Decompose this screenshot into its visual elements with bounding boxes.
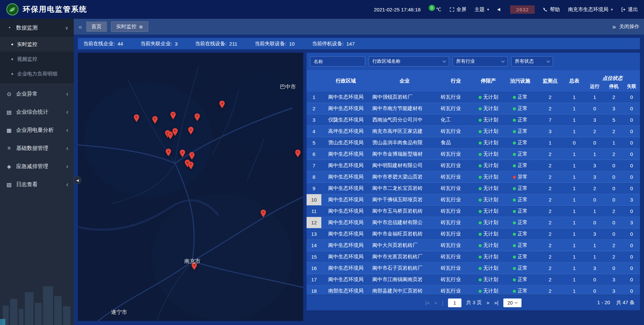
tabs-scroll-left-icon[interactable] — [78, 23, 82, 31]
column-header-company: 企业 — [370, 78, 439, 84]
previous-page-icon[interactable] — [434, 300, 437, 306]
pagination-bar: | 共 3 页 20 1 - 20 共 47 条 — [307, 295, 640, 310]
cell-offline: 3 — [623, 197, 640, 203]
sidebar-group[interactable]: ≡ 基础数据管理 — [0, 139, 74, 157]
cell-industry: 砖瓦行业 — [439, 174, 473, 180]
tab-home[interactable]: 首页 — [86, 21, 107, 32]
status-dot-green — [479, 210, 482, 213]
first-page-icon[interactable] — [425, 300, 430, 306]
close-operations-button[interactable]: 关闭操作 — [619, 23, 639, 30]
next-page-icon[interactable] — [486, 300, 489, 306]
cell-points: 2 — [537, 151, 564, 157]
tab-realtime-monitor[interactable]: 实时监控 — [111, 21, 149, 32]
org-dropdown[interactable]: 南充市生态环境局 — [568, 6, 613, 13]
status-select[interactable]: 所有状态 — [511, 56, 553, 66]
facility-status-dot — [513, 119, 516, 122]
row-index: 5 — [307, 137, 321, 148]
cell-offline: 0 — [623, 231, 640, 237]
content-area: 首页 实时监控 关闭操作 当前在线企业: 44 — [74, 19, 644, 325]
cell-region: 仪陇生态环境局 — [321, 117, 370, 123]
region-select[interactable]: 行政区域名称 — [369, 56, 449, 66]
sidebar-group[interactable]: ▦ 企业用电量分析 — [0, 121, 74, 139]
table-body: 1 阆中生态环境局 阆中强锐页岩砖厂 砖瓦行业 无计划 正常 2 1 1 2 0 — [307, 92, 640, 295]
sidebar-group[interactable]: ▧ 日志查看 — [0, 175, 74, 194]
cell-region: 阆中生态环境局 — [321, 151, 370, 157]
tabs-scroll-right-icon[interactable] — [612, 23, 616, 31]
alarm-count-badge[interactable]: 2632 — [510, 5, 535, 14]
cell-running: 1 — [585, 254, 604, 260]
column-group-point-status: 点位状态 运行 停机 失联 — [585, 70, 640, 92]
cell-offline: 0 — [623, 106, 640, 111]
cell-company: 阆中市南方节能建材有 — [370, 105, 439, 112]
table-row[interactable]: 12 阆中生态环境局 阆中市忠信建材有限公 砖瓦行业 无计划 正常 2 1 0 … — [307, 217, 640, 228]
close-tab-icon[interactable] — [139, 24, 143, 30]
city-skyline-decoration — [0, 275, 74, 325]
cell-region: 阆中生态环境局 — [321, 162, 370, 169]
facility-status-dot — [513, 130, 516, 133]
table-row[interactable]: 14 阆中生态环境局 阆中大兴页岩机砖厂 砖瓦行业 无计划 正常 2 1 1 2 — [307, 240, 640, 251]
filter-bar: 行政区域名称 所有行业 所有状态 — [307, 53, 640, 70]
column-header-stopped: 停机 — [604, 84, 623, 90]
cell-region: 阆中生态环境局 — [321, 219, 370, 226]
cell-stopped: 0 — [604, 197, 623, 203]
sidebar-group[interactable]: ▤ 企业综合统计 — [0, 103, 74, 121]
table-row[interactable]: 9 阆中生态环境局 阆中市二龙长宝页岩砖 砖瓦行业 无计划 正常 2 1 2 0 — [307, 183, 640, 194]
chevron-left-icon — [66, 127, 68, 133]
row-index: 15 — [307, 251, 321, 262]
cell-running: 1 — [585, 94, 604, 100]
table-row[interactable]: 2 阆中生态环境局 阆中市南方节能建材有 砖瓦行业 无计划 正常 2 1 0 3 — [307, 103, 640, 114]
cell-industry: 砖瓦行业 — [439, 288, 473, 294]
cell-company: 阆中市光富页岩机砖厂 — [370, 254, 439, 260]
sidebar-group-data-monitor[interactable]: ◔ 数据监测 — [0, 19, 74, 37]
table-row[interactable]: 7 阆中生态环境局 阆中明阳建材有限公司 砖瓦行业 无计划 正常 2 1 3 0 — [307, 160, 640, 171]
sidebar-subitem[interactable]: 实时监控 — [0, 37, 74, 52]
city-label: 南充市 — [184, 258, 200, 265]
cell-region: 阆中生态环境局 — [321, 276, 370, 283]
sidebar-subitem[interactable]: 视频监控 — [0, 52, 74, 66]
theme-dropdown[interactable]: 主题 — [475, 6, 489, 13]
table-row[interactable]: 4 高坪生态环境局 南充市高坪区王家店建 砖瓦行业 无计划 正常 3 1 2 2 — [307, 126, 640, 137]
page-number-input[interactable] — [448, 299, 462, 307]
cell-limit: 无计划 — [473, 276, 504, 283]
page-size-select[interactable]: 20 — [503, 299, 521, 307]
table-row[interactable]: 13 阆中生态环境局 阆中市金福旺页岩机砖 砖瓦行业 无计划 正常 2 1 3 … — [307, 228, 640, 240]
sidebar-groups: ⊙ 企业异常 ▤ 企业综合统计 ▦ 企业用电量分析 — [0, 85, 74, 194]
cell-offline: 0 — [623, 174, 640, 180]
help-button[interactable]: 帮助 — [543, 6, 560, 13]
cell-company: 阆中市金福旺页岩机砖 — [370, 231, 439, 237]
cell-facility: 正常 — [504, 219, 537, 226]
table-row[interactable]: 3 仪陇生态环境局 西南油气田分公司川中 化工 无计划 正常 7 1 3 5 0 — [307, 114, 640, 126]
fullscreen-button[interactable]: 全屏 — [449, 6, 467, 13]
cell-points: 2 — [537, 163, 564, 168]
sound-toggle-button[interactable] — [497, 7, 502, 12]
cell-region: 阆中生态环境局 — [321, 197, 370, 203]
cell-facility: 正常 — [504, 151, 537, 157]
table-row[interactable]: 5 营山生态环境局 营山县润丰肉食品有限 食品 无计划 正常 1 0 0 1 0 — [307, 137, 640, 149]
table-row[interactable]: 6 阆中生态环境局 阆中市金博瑞新型墙材 砖瓦行业 无计划 正常 2 1 1 2 — [307, 149, 640, 160]
industry-select[interactable]: 所有行业 — [452, 56, 508, 66]
cell-limit: 无计划 — [473, 105, 504, 112]
cell-points: 2 — [537, 254, 564, 260]
name-search-input[interactable] — [310, 56, 365, 66]
table-row[interactable]: 17 阆中生态环境局 阆中市江南镇阆南页岩 砖瓦行业 无计划 正常 2 1 0 … — [307, 274, 640, 285]
cell-offline: 0 — [623, 254, 640, 260]
cell-running: 0 — [585, 140, 604, 146]
table-row[interactable]: 15 阆中生态环境局 阆中市光富页岩机砖厂 砖瓦行业 无计划 正常 2 1 1 … — [307, 251, 640, 263]
cell-stopped: 2 — [604, 151, 623, 157]
logout-button[interactable]: 退出 — [621, 6, 638, 13]
collapse-panel-button[interactable] — [73, 176, 82, 184]
sidebar-subitem[interactable]: 企业电力负荷明细 — [0, 66, 74, 81]
last-page-icon[interactable] — [494, 300, 498, 306]
sidebar-group[interactable]: ◈ 应急减排管理 — [0, 157, 74, 175]
table-row[interactable]: 1 阆中生态环境局 阆中强锐页岩砖厂 砖瓦行业 无计划 正常 2 1 1 2 0 — [307, 92, 640, 103]
table-row[interactable]: 8 阆中生态环境局 阆中市枣碧大梁山页岩 砖瓦行业 无计划 异常 2 1 3 0 — [307, 171, 640, 183]
cell-points: 1 — [537, 140, 564, 146]
temperature-unit: ℃ — [436, 7, 441, 12]
table-row[interactable]: 11 阆中生态环境局 阆中市五马桥页岩机砖 砖瓦行业 无计划 正常 2 1 1 … — [307, 206, 640, 217]
cell-points: 2 — [537, 265, 564, 271]
table-row[interactable]: 18 南部生态环境局 南部县建兴中汇页岩砖 砖瓦行业 无计划 正常 2 1 0 … — [307, 285, 640, 295]
cell-meters: 1 — [564, 208, 585, 214]
table-row[interactable]: 10 阆中生态环境局 阆中千佛镇五郎垭页岩 砖瓦行业 无计划 正常 2 1 0 … — [307, 194, 640, 206]
table-row[interactable]: 16 阆中生态环境局 阆中市石子页岩机砖厂 砖瓦行业 无计划 正常 2 1 3 … — [307, 263, 640, 274]
sidebar-group[interactable]: ⊙ 企业异常 — [0, 85, 74, 103]
